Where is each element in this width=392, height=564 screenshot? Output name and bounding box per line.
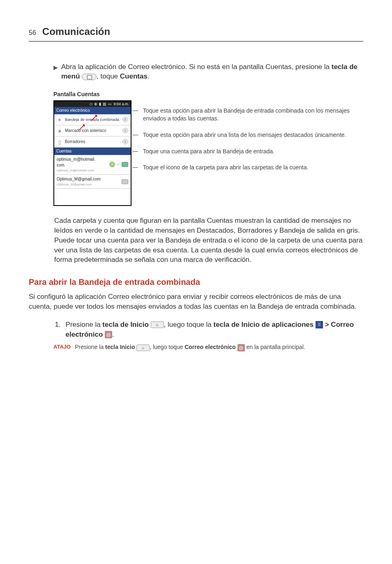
subheading-combined-inbox: Para abrir la Bandeja de entrada combina… <box>29 276 363 288</box>
row-label: Borradores <box>65 139 85 145</box>
apps-key-label: tecla de Inicio de aplicaciones <box>214 321 316 328</box>
card-icon: ▭ <box>108 102 112 106</box>
starred-row[interactable]: ★ Marcado con asterisco 1 <box>54 125 131 136</box>
combined-inbox-row[interactable]: ✶ Bandeja de entrada combinada 2 <box>54 114 131 125</box>
account-line2: com <box>57 163 65 167</box>
text: , luego toque la <box>164 321 214 328</box>
status-time: 9:04 a.m. <box>113 102 129 106</box>
account-name-block: optimus_m@hotmail. com optimus_m@hotmail… <box>57 157 108 173</box>
email-app-label: Correo electrónico <box>184 344 237 350</box>
screenshot-block: ◇ ⊕ ▮ ▥ ▭ 9:04 a.m. Correo electrónico ✶… <box>53 100 363 206</box>
home-key-icon: ⌂ <box>136 344 150 351</box>
default-check-icon: ✓ <box>117 162 120 167</box>
shortcut-row: ATAJO Presione la tecla Inicio ⌂, luego … <box>53 343 363 351</box>
shortcut-label: ATAJO <box>53 343 71 351</box>
home-key-label: tecla de Inicio <box>102 321 150 328</box>
separator: > <box>323 321 331 328</box>
callout-text: Toque esta opción para abrir la Bandeja … <box>143 107 350 122</box>
phone-screenshot: ◇ ⊕ ▮ ▥ ▭ 9:04 a.m. Correo electrónico ✶… <box>53 100 131 206</box>
account-row-hotmail[interactable]: optimus_m@hotmail. com optimus_m@hotmail… <box>54 155 131 175</box>
text: , luego toque <box>150 344 184 350</box>
callout-text: Toque esta opción para abrir una lista d… <box>143 132 346 138</box>
step-text: Presione la tecla de Inicio ⌂, luego toq… <box>66 320 363 340</box>
star-icon: ★ <box>57 128 62 134</box>
app-title-bar: Correo electrónico <box>54 107 131 114</box>
callout-starred: Toque esta opción para abrir una lista d… <box>139 131 363 139</box>
account-line1: Optimus_M@gmail.com <box>57 177 101 181</box>
battery-icon: ▮ <box>99 102 101 106</box>
home-key-icon: ⌂ <box>151 321 164 328</box>
text: . <box>148 72 150 80</box>
accounts-label: Cuentas <box>120 72 148 80</box>
wifi-icon: ◇ <box>90 102 92 106</box>
bullet-item: ▶ Abra la aplicación de Correo electróni… <box>53 62 363 82</box>
callout-account: Toque una cuenta para abrir la Bandeja d… <box>139 148 363 156</box>
email-app-icon: @ <box>105 331 112 338</box>
triangle-bullet-icon: ▶ <box>53 62 58 82</box>
text: en la pantalla principal. <box>245 344 305 350</box>
drafts-icon: ▯ <box>57 139 62 145</box>
page-header: 56 Comunicación <box>29 25 363 42</box>
apps-launcher-icon: ⠿ <box>316 321 323 328</box>
folder-icon[interactable] <box>122 162 128 167</box>
accounts-header-bar: Cuentas <box>54 148 131 155</box>
combined-inbox-icon: ✶ <box>57 117 62 123</box>
screenshot-caption: Pantalla Cuentas <box>53 90 363 99</box>
text: , toque <box>97 72 120 80</box>
account-sub: optimus_m@hotmail.com <box>57 169 94 172</box>
bullet-text: Abra la aplicación de Correo electrónico… <box>61 62 363 82</box>
account-line1: optimus_m@hotmail. <box>57 157 95 162</box>
count-badge: 1 <box>122 139 128 144</box>
page-number: 56 <box>29 28 36 37</box>
email-app-icon: @ <box>238 344 245 351</box>
callout-folder: Toque el icono de la carpeta para abrir … <box>139 164 363 172</box>
home-key-label: tecla Inicio <box>105 344 136 350</box>
row-label: Marcado con asterisco <box>65 128 106 134</box>
status-bar: ◇ ⊕ ▮ ▥ ▭ 9:04 a.m. <box>54 101 131 107</box>
callout-list: Toque esta opción para abrir la Bandeja … <box>139 100 363 206</box>
row-label: Bandeja de entrada combinada <box>65 118 119 122</box>
explanation-paragraph: Cada carpeta y cuenta que figuran en la … <box>53 216 363 265</box>
menu-key-icon <box>82 74 97 80</box>
callout-text: Toque una cuenta para abrir la Bandeja d… <box>143 148 274 155</box>
account-sub: Optimus_M@gmail.com <box>57 183 92 186</box>
signal-icon: ▥ <box>103 102 106 106</box>
text: Abra la aplicación de Correo electrónico… <box>61 63 332 71</box>
drafts-row[interactable]: ▯ Borradores 1 <box>54 136 131 148</box>
account-name-block: Optimus_M@gmail.com Optimus_M@gmail.com <box>57 176 120 187</box>
shortcut-text: Presione la tecla Inicio ⌂, luego toque … <box>75 343 363 351</box>
text: Presione la <box>66 321 103 328</box>
sync-icon: ⊕ <box>94 102 97 106</box>
section-title: Comunicación <box>42 25 110 39</box>
account-row-gmail[interactable]: Optimus_M@gmail.com Optimus_M@gmail.com <box>54 175 131 189</box>
text: Presione la <box>75 344 105 350</box>
text: . <box>112 331 114 338</box>
folder-icon[interactable] <box>122 179 128 184</box>
callout-text: Toque el icono de la carpeta para abrir … <box>143 164 308 171</box>
count-badge: 1 <box>122 128 128 133</box>
unread-count-badge: 2 <box>109 162 115 167</box>
callout-combined: Toque esta opción para abrir la Bandeja … <box>139 107 363 123</box>
step-number: 1. <box>53 320 61 340</box>
intro-paragraph: Si configuró la aplicación Correo electr… <box>29 292 363 312</box>
unread-badge: 2 <box>122 117 128 122</box>
step-1: 1. Presione la tecla de Inicio ⌂, luego … <box>53 320 363 340</box>
